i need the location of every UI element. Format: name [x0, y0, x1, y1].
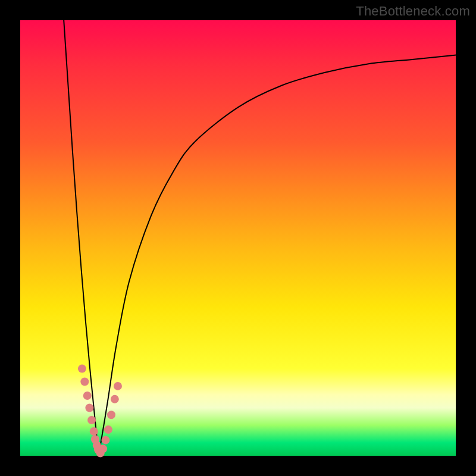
watermark-text: TheBottleneck.com [356, 4, 470, 19]
curve-dot [104, 425, 112, 434]
curve-dot [85, 403, 93, 412]
chart-frame: TheBottleneck.com [0, 0, 476, 476]
curve-dot [107, 411, 115, 419]
curve-dot [83, 392, 92, 400]
curve-dot [99, 444, 107, 453]
curve-left-branch [64, 20, 99, 456]
curve-dot [90, 427, 98, 436]
curve-dot [78, 365, 86, 373]
curve-dot [87, 416, 96, 424]
curve-dot [114, 382, 122, 390]
curve-dot [80, 378, 89, 386]
plot-area [20, 20, 456, 456]
curve-right-branch [99, 55, 456, 456]
curve-dot [101, 436, 109, 444]
curve-dot [111, 395, 119, 403]
bottleneck-curve [20, 20, 456, 456]
